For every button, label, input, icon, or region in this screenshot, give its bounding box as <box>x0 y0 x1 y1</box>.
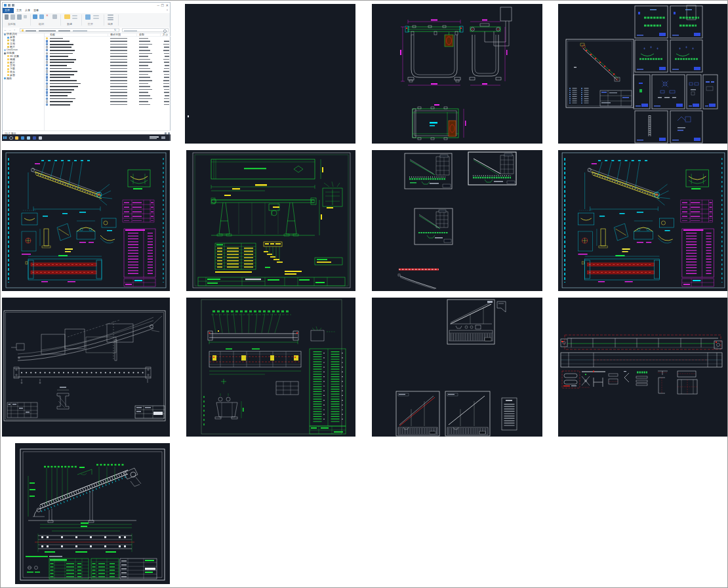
file-date <box>110 98 127 100</box>
show-desktop-button[interactable] <box>169 134 171 141</box>
star-icon <box>4 33 6 35</box>
tab-home[interactable]: 主页 <box>16 9 22 12</box>
column-name[interactable]: 名称 <box>50 33 55 36</box>
quick-access-toolbar-icons[interactable] <box>4 4 18 7</box>
pin-icon[interactable] <box>5 14 9 20</box>
file-date <box>110 92 127 93</box>
file-date <box>110 95 127 96</box>
file-list <box>45 37 171 108</box>
file-type <box>139 98 152 100</box>
rename-icon[interactable] <box>52 14 57 19</box>
select-all-icon[interactable] <box>108 14 113 16</box>
tab-view[interactable]: 查看 <box>33 9 39 12</box>
photos-icon[interactable] <box>27 136 30 140</box>
file-size <box>164 41 169 42</box>
tab-share[interactable]: 共享 <box>25 9 30 12</box>
folder-icon <box>7 62 9 64</box>
panel-conveyor-assembly-a <box>2 150 170 291</box>
file-name <box>50 56 68 57</box>
bak-file-icon <box>46 100 48 102</box>
column-type[interactable]: 类型 <box>139 33 144 36</box>
cad-app-icon[interactable] <box>33 136 36 140</box>
file-name <box>50 38 63 39</box>
file-date <box>110 44 127 45</box>
taskbar <box>2 134 171 141</box>
file-size <box>164 53 169 54</box>
open-icon[interactable] <box>93 15 99 16</box>
ribbon-collapse-icon[interactable]: ^ <box>167 9 168 12</box>
search-icon[interactable] <box>9 136 13 140</box>
sheet-3 <box>415 208 453 245</box>
dwg-file-icon <box>46 91 48 93</box>
copy-icon[interactable] <box>10 14 15 20</box>
search-input[interactable] <box>122 28 169 32</box>
dwg-file-icon <box>46 88 48 90</box>
file-name <box>50 71 77 72</box>
delete-icon[interactable]: ✕ <box>46 14 49 16</box>
folder-icon <box>7 74 9 76</box>
file-name <box>50 50 75 51</box>
file-explorer-icon[interactable] <box>15 136 18 140</box>
file-type <box>139 38 148 39</box>
file-name <box>50 62 74 63</box>
dwg-file-icon <box>46 98 48 100</box>
file-date <box>110 80 127 81</box>
new-item-icon[interactable] <box>72 15 77 16</box>
start-icon[interactable] <box>3 136 7 140</box>
up-icon[interactable]: ↑ <box>14 29 15 31</box>
editor-icon[interactable] <box>39 136 42 140</box>
file-date <box>110 53 127 54</box>
file-type <box>139 50 150 51</box>
cut-icon[interactable] <box>24 15 27 18</box>
invert-selection-icon[interactable] <box>108 19 113 20</box>
file-type <box>139 44 152 45</box>
properties-icon[interactable] <box>85 14 91 20</box>
column-size[interactable]: 大小 <box>163 33 168 36</box>
sidebar-item[interactable]: 网络 <box>3 77 44 80</box>
close-button[interactable]: ✕ <box>166 3 169 8</box>
group-label-new: 新建 <box>67 23 72 26</box>
panel-three-small-sheets <box>372 150 542 291</box>
maximize-button[interactable]: ☐ <box>161 3 164 8</box>
sheet-1 <box>405 153 452 189</box>
file-type <box>139 41 150 42</box>
tab-file[interactable]: 文件 <box>3 8 14 13</box>
file-type <box>139 59 150 60</box>
bak-file-icon <box>46 46 48 48</box>
panel-side-elevation-wireframe <box>2 298 170 437</box>
file-type <box>139 62 152 63</box>
file-size <box>163 59 169 60</box>
file-size <box>165 65 169 66</box>
panel-conveyor-spec-sheet <box>186 150 355 291</box>
file-date <box>110 62 127 63</box>
copy-to-icon[interactable] <box>39 14 44 19</box>
long-elevation <box>561 335 722 349</box>
new-folder-icon[interactable] <box>64 14 70 19</box>
file-type <box>139 65 148 66</box>
easy-access-icon[interactable] <box>72 18 77 19</box>
column-date-modified[interactable]: 修改日期 <box>110 33 121 36</box>
system-tray[interactable] <box>150 136 167 140</box>
back-icon[interactable]: ← <box>4 29 7 31</box>
move-to-icon[interactable] <box>33 14 37 19</box>
tables-title-block <box>49 556 157 579</box>
folder-file-icon <box>46 37 48 39</box>
refresh-icon[interactable]: ↻ <box>114 29 116 31</box>
forward-icon[interactable]: → <box>9 29 11 31</box>
bak-file-icon <box>46 61 48 63</box>
file-date <box>110 77 127 78</box>
minimize-button[interactable]: ─ <box>157 3 159 8</box>
paste-icon[interactable] <box>17 14 22 20</box>
breadcrumb[interactable] <box>20 28 119 32</box>
dwg-file-icon <box>46 40 48 42</box>
sidebar-item-label: 3D 对象 <box>10 55 19 58</box>
file-name <box>50 92 71 93</box>
sidebar-item-label: 下载 <box>10 39 15 42</box>
file-row[interactable] <box>45 103 171 106</box>
select-none-icon[interactable] <box>108 17 113 18</box>
history-icon[interactable] <box>93 18 99 19</box>
browser-icon[interactable] <box>21 136 24 140</box>
file-type <box>139 47 148 48</box>
wireframe-drawing <box>4 311 165 421</box>
dwg-file-icon <box>46 73 48 75</box>
